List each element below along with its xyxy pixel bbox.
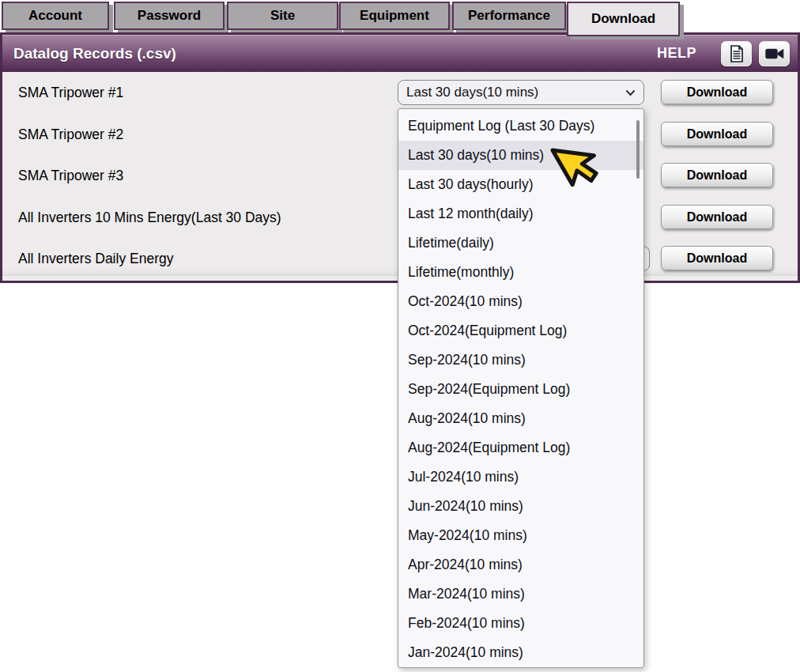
row-label: All Inverters Daily Energy [18,251,173,267]
period-select[interactable]: Last 30 days(10 mins) [398,80,644,105]
dropdown-option[interactable]: Oct-2024(10 mins) [398,287,643,316]
dropdown-option[interactable]: Last 30 days(hourly) [398,170,643,199]
dropdown-option[interactable]: Jun-2024(10 mins) [398,492,643,521]
tab-performance[interactable]: Performance [452,2,566,30]
dropdown-option[interactable]: Oct-2024(Equipment Log) [398,316,643,345]
dropdown-option[interactable]: Last 12 month(daily) [398,199,643,228]
dropdown-option[interactable]: Aug-2024(Equipment Log) [398,433,643,462]
chevron-down-icon [625,89,636,96]
dropdown-option[interactable]: May-2024(10 mins) [398,521,643,550]
row-label: SMA Tripower #2 [18,126,123,143]
dropdown-option[interactable]: Lifetime(monthly) [398,258,643,287]
dropdown-option[interactable]: Lifetime(daily) [398,228,643,258]
tab-equipment[interactable]: Equipment [339,2,450,30]
dropdown-option[interactable]: Sep-2024(Equipment Log) [398,375,643,404]
download-button[interactable]: Download [661,122,773,146]
tab-download[interactable]: Download [567,2,680,36]
tab-site[interactable]: Site [227,2,338,30]
download-button[interactable]: Download [661,246,773,270]
dropdown-option[interactable]: Sep-2024(10 mins) [398,345,643,375]
dropdown-option[interactable]: Aug-2024(10 mins) [398,404,643,433]
tab-account-label: Account [28,8,82,24]
tab-site-label: Site [270,8,295,24]
dropdown-option[interactable]: Apr-2024(10 mins) [398,550,643,580]
video-help-button[interactable] [759,41,790,66]
row-label: All Inverters 10 Mins Energy(Last 30 Day… [18,210,281,226]
tab-equipment-label: Equipment [360,8,429,24]
dropdown-option-selected[interactable]: Last 30 days(10 mins) [398,141,643,170]
document-icon [729,45,745,62]
row-label: SMA Tripower #1 [18,85,123,101]
datalog-row: SMA Tripower #1 Last 30 days(10 mins) Do… [2,72,798,113]
tab-password[interactable]: Password [114,2,225,30]
tab-account[interactable]: Account [2,2,109,30]
help-link[interactable]: HELP [657,45,696,62]
dropdown-option[interactable]: Jul-2024(10 mins) [398,462,643,492]
period-dropdown-list: Equipment Log (Last 30 Days) Last 30 day… [398,108,644,668]
dropdown-option[interactable]: Mar-2024(10 mins) [398,580,643,609]
tab-performance-label: Performance [468,8,550,24]
panel-header: Datalog Records (.csv) HELP [2,35,798,72]
video-camera-icon [764,47,785,61]
download-button[interactable]: Download [661,163,773,187]
period-select-value: Last 30 days(10 mins) [406,85,538,100]
dropdown-option[interactable]: Equipment Log (Last 30 Days) [398,111,643,141]
document-help-button[interactable] [721,41,752,66]
dropdown-option[interactable]: Jan-2024(10 mins) [398,638,643,667]
tab-download-label: Download [591,11,655,27]
download-button[interactable]: Download [661,205,773,229]
dropdown-option[interactable]: Feb-2024(10 mins) [398,609,643,638]
dropdown-scrollbar-thumb[interactable] [636,120,640,179]
row-label: SMA Tripower #3 [18,168,123,184]
download-button[interactable]: Download [661,80,773,104]
tab-password-label: Password [138,8,201,24]
page-title: Datalog Records (.csv) [13,45,657,62]
